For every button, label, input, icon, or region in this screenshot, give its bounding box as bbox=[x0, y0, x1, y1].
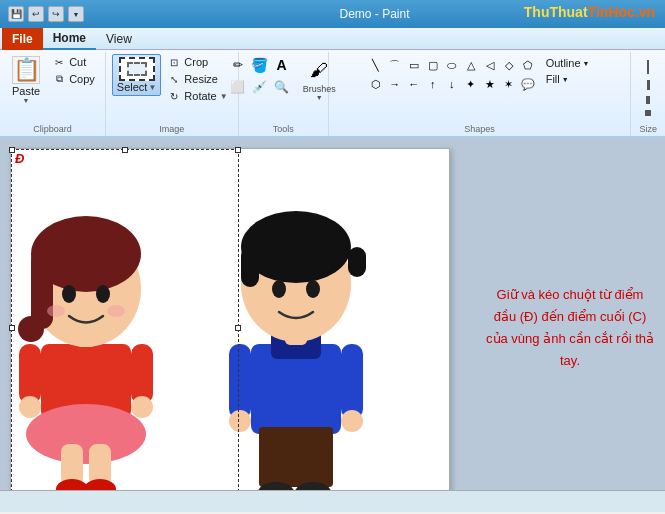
select-button[interactable]: Select ▼ bbox=[112, 54, 162, 96]
size-line4[interactable] bbox=[645, 110, 651, 116]
image-label: Image bbox=[112, 124, 232, 134]
menu-file[interactable]: File bbox=[2, 28, 43, 50]
text-tool[interactable]: A bbox=[272, 55, 292, 75]
svg-point-19 bbox=[107, 305, 125, 317]
svg-rect-2 bbox=[41, 414, 131, 449]
shape-callout[interactable]: 💬 bbox=[519, 75, 537, 93]
tools-label: Tools bbox=[245, 124, 322, 134]
clipboard-label: Clipboard bbox=[6, 124, 99, 134]
instruction-box: Giữ và kéo chuột từ điểm đầu (Đ) đến điể… bbox=[485, 148, 655, 490]
fill-button[interactable]: Fill ▼ bbox=[543, 72, 593, 86]
status-bar bbox=[0, 490, 665, 512]
size-content bbox=[641, 54, 655, 122]
logo-part2: TinHoc.vn bbox=[588, 4, 655, 20]
cut-button[interactable]: ✂ Cut bbox=[48, 54, 99, 70]
crop-button[interactable]: ⊡ Crop bbox=[163, 54, 231, 70]
paste-button[interactable]: 📋 Paste ▼ bbox=[6, 54, 46, 106]
pencil-tool[interactable]: ✏ bbox=[228, 55, 248, 75]
svg-point-15 bbox=[18, 316, 44, 342]
clipboard-small-btns: ✂ Cut ⧉ Copy bbox=[48, 54, 99, 87]
outline-label: Outline bbox=[546, 57, 581, 69]
resize-label: Resize bbox=[184, 73, 218, 85]
svg-rect-22 bbox=[229, 344, 251, 419]
svg-point-6 bbox=[131, 396, 153, 418]
eraser-tool[interactable]: ⬜ bbox=[228, 77, 248, 97]
tools-row1: ✏ 🪣 A bbox=[227, 54, 293, 76]
rotate-label: Rotate bbox=[184, 90, 216, 102]
image-content: Select ▼ ⊡ Crop ⤡ Resize ↻ Rotate ▼ bbox=[112, 54, 232, 122]
fill-arrow: ▼ bbox=[562, 76, 569, 83]
save-icon[interactable]: 💾 bbox=[8, 6, 24, 22]
resize-button[interactable]: ⤡ Resize bbox=[163, 71, 231, 87]
rotate-button[interactable]: ↻ Rotate ▼ bbox=[163, 88, 231, 104]
shapes-group: ╲ ⌒ ▭ ▢ ⬭ △ ◁ ◇ ⬠ ⬡ → ← ↑ ↓ ✦ ★ ✶ 💬 bbox=[329, 52, 632, 136]
shape-line[interactable]: ╲ bbox=[367, 56, 385, 74]
canvas-area: Đ C Giữ và kéo chuột từ điểm đầu (Đ) đến… bbox=[0, 138, 665, 490]
copy-icon: ⧉ bbox=[52, 72, 66, 86]
fill-tool[interactable]: 🪣 bbox=[250, 55, 270, 75]
svg-point-37 bbox=[306, 280, 320, 298]
size-line2[interactable] bbox=[647, 80, 650, 90]
shape-rect[interactable]: ▭ bbox=[405, 56, 423, 74]
shape-arrow-u[interactable]: ↑ bbox=[424, 75, 442, 93]
tools-grid: ✏ 🪣 A ⬜ 💉 🔍 bbox=[227, 54, 293, 98]
rotate-icon: ↻ bbox=[167, 89, 181, 103]
dropdown-icon[interactable]: ▼ bbox=[68, 6, 84, 22]
image-small-btns: ⊡ Crop ⤡ Resize ↻ Rotate ▼ bbox=[163, 54, 231, 104]
size-line3[interactable] bbox=[646, 96, 650, 104]
shape-rtriangle[interactable]: ◁ bbox=[481, 56, 499, 74]
outline-fill-group: Outline ▼ Fill ▼ bbox=[541, 54, 595, 88]
menu-view[interactable]: View bbox=[96, 28, 142, 50]
outline-button[interactable]: Outline ▼ bbox=[543, 56, 593, 70]
shape-triangle[interactable]: △ bbox=[462, 56, 480, 74]
svg-point-17 bbox=[96, 285, 110, 303]
svg-rect-3 bbox=[19, 344, 41, 404]
shape-arrow-d[interactable]: ↓ bbox=[443, 75, 461, 93]
cut-icon: ✂ bbox=[52, 55, 66, 69]
svg-point-25 bbox=[341, 410, 363, 432]
magnify-tool[interactable]: 🔍 bbox=[272, 77, 292, 97]
shape-curve[interactable]: ⌒ bbox=[386, 56, 404, 74]
shape-arrow-r[interactable]: → bbox=[386, 75, 404, 93]
title-bar: 💾 ↩ ↪ ▼ Demo - Paint ThuThuatTinHoc.vn bbox=[0, 0, 665, 28]
svg-point-18 bbox=[47, 305, 65, 317]
paint-canvas[interactable]: Đ C bbox=[10, 148, 450, 490]
svg-point-16 bbox=[62, 285, 76, 303]
select-arrow: ▼ bbox=[148, 83, 156, 92]
svg-point-9 bbox=[56, 479, 88, 490]
shapes-label: Shapes bbox=[335, 124, 625, 134]
shape-star5[interactable]: ★ bbox=[481, 75, 499, 93]
redo-icon[interactable]: ↪ bbox=[48, 6, 64, 22]
menu-home[interactable]: Home bbox=[43, 28, 96, 50]
clipboard-content: 📋 Paste ▼ ✂ Cut ⧉ Copy bbox=[6, 54, 99, 122]
shape-arrow-l[interactable]: ← bbox=[405, 75, 423, 93]
resize-icon: ⤡ bbox=[167, 72, 181, 86]
svg-point-10 bbox=[84, 479, 116, 490]
shapes-content: ╲ ⌒ ▭ ▢ ⬭ △ ◁ ◇ ⬠ ⬡ → ← ↑ ↓ ✦ ★ ✶ 💬 bbox=[365, 54, 595, 122]
tools-row2: ⬜ 💉 🔍 bbox=[227, 76, 293, 98]
shape-hexagon[interactable]: ⬡ bbox=[367, 75, 385, 93]
colorpicker-tool[interactable]: 💉 bbox=[250, 77, 270, 97]
logo-part1: ThuThuat bbox=[524, 4, 588, 20]
paste-label: Paste bbox=[12, 85, 40, 97]
shape-star4[interactable]: ✦ bbox=[462, 75, 480, 93]
cut-label: Cut bbox=[69, 56, 86, 68]
svg-rect-4 bbox=[131, 344, 153, 404]
instruction-text: Giữ và kéo chuột từ điểm đầu (Đ) đến điể… bbox=[485, 284, 655, 372]
title-bar-icons: 💾 ↩ ↪ ▼ bbox=[8, 6, 84, 22]
copy-button[interactable]: ⧉ Copy bbox=[48, 71, 99, 87]
paste-icon: 📋 bbox=[12, 56, 40, 84]
shape-diamond[interactable]: ◇ bbox=[500, 56, 518, 74]
undo-icon[interactable]: ↩ bbox=[28, 6, 44, 22]
shape-ellipse[interactable]: ⬭ bbox=[443, 56, 461, 74]
shape-roundrect[interactable]: ▢ bbox=[424, 56, 442, 74]
corner-d-label: Đ bbox=[15, 151, 24, 166]
size-group: Size bbox=[631, 52, 665, 136]
shapes-grid: ╲ ⌒ ▭ ▢ ⬭ △ ◁ ◇ ⬠ ⬡ → ← ↑ ↓ ✦ ★ ✶ 💬 bbox=[365, 54, 539, 95]
size-line1[interactable] bbox=[647, 60, 649, 74]
svg-rect-34 bbox=[241, 247, 259, 287]
svg-rect-35 bbox=[348, 247, 366, 277]
svg-point-36 bbox=[272, 280, 286, 298]
shape-pentagon[interactable]: ⬠ bbox=[519, 56, 537, 74]
shape-star6[interactable]: ✶ bbox=[500, 75, 518, 93]
